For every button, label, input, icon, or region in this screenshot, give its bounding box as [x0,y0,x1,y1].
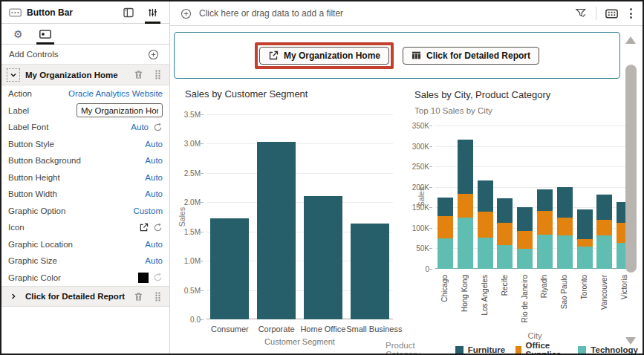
segment-recife-office-supplies[interactable] [497,223,513,245]
segment-chicago-technology[interactable] [438,238,453,269]
chart2-legend: Product Category FurnitureOffice Supplie… [386,341,638,354]
open-in-new-icon[interactable] [139,223,149,232]
property-value[interactable]: Oracle Analytics Website [68,89,163,98]
gridline [206,143,393,144]
open-in-new-icon [268,51,279,61]
chart2-x-axis-title: City [435,331,634,340]
segment-hong-kong-technology[interactable] [458,218,473,269]
legend-label: Office Supplies [526,341,568,354]
property-value[interactable]: Auto [145,140,163,149]
segment-los-angeles-office-supplies[interactable] [478,212,493,238]
reset-icon[interactable] [153,273,163,282]
property-value[interactable]: Auto [145,173,163,182]
legend-swatch [578,346,586,354]
segment-toronto-office-supplies[interactable] [577,239,593,247]
property-value[interactable]: Custom [133,206,163,215]
segment-los-angeles-technology[interactable] [478,238,493,269]
segment-sao-paulo-office-supplies[interactable] [557,218,573,235]
segment-sao-paulo-furniture[interactable] [557,187,573,218]
segment-chicago-office-supplies[interactable] [438,216,453,238]
scrollbar-thumb[interactable] [625,65,637,273]
click-for-detailed-report-button[interactable]: Click for Detailed Report [403,47,539,65]
x-category-label: Vancouver [600,275,608,310]
button-bar-visualization[interactable]: My Organization Home Click for Detailed … [174,32,620,79]
circle-plus-icon[interactable] [145,49,162,60]
segment-vancouver-furniture[interactable] [596,195,612,220]
legend-entry-office-supplies[interactable]: Office Supplies [515,341,567,354]
bar-small-business[interactable] [351,224,389,319]
button-bar-icon[interactable] [604,9,619,19]
segment-sao-paulo-technology[interactable] [557,235,573,269]
x-category-label: Small Business [346,325,393,333]
property-label: Graphic Size [8,256,57,265]
segment-rio-de-janeiro-office-supplies[interactable] [517,231,533,249]
x-category-label: Sao Paulo [560,275,568,309]
bar-corporate[interactable] [257,142,296,319]
property-value[interactable]: Auto [145,189,163,198]
legend-entries: FurnitureOffice SuppliesTechnology [455,341,638,354]
gear-icon[interactable]: ⚙ [10,24,26,45]
segment-recife-technology[interactable] [497,245,513,269]
segment-chicago-furniture[interactable] [438,198,453,217]
segment-riyadh-technology[interactable] [537,235,553,269]
gridline [206,114,393,115]
controls-icon[interactable] [36,24,54,45]
reset-icon[interactable] [153,223,163,232]
my-organization-home-button[interactable]: My Organization Home [259,47,389,65]
segment-toronto-furniture[interactable] [577,209,593,239]
property-label: Label [8,106,29,115]
scroll-down-arrow[interactable] [625,337,636,345]
segment-rio-de-janeiro-technology[interactable] [517,249,533,269]
bar-home-office[interactable] [304,196,342,319]
segment-rio-de-janeiro-furniture[interactable] [517,207,533,232]
grammar-panel-icon[interactable] [119,1,138,24]
property-row-icon: Icon [1,219,169,236]
segment-hong-kong-office-supplies[interactable] [458,194,473,218]
segment-recife-furniture[interactable] [497,198,513,223]
property-value[interactable]: Auto [145,156,163,165]
drag-grip-icon[interactable] [152,292,163,302]
chevron-right-icon[interactable] [7,290,19,302]
vertical-scrollbar[interactable] [625,33,637,348]
segment-riyadh-office-supplies[interactable] [537,211,553,234]
filter-bar[interactable]: Click here or drag data to add a filter [170,1,643,26]
label-input[interactable] [77,103,163,117]
scroll-up-arrow[interactable] [625,36,636,44]
property-row-graphic-size: Graphic SizeAuto [1,253,169,270]
drag-grip-icon[interactable] [152,70,163,79]
y-tick-label: 50K [400,244,429,253]
chart2-y-ticks: 050K100K150K200K250K300K350K [400,126,432,269]
menu-kebab-icon[interactable] [627,8,635,19]
legend-label: Furniture [468,345,505,354]
property-value[interactable]: Auto [145,240,163,249]
legend-entry-furniture[interactable]: Furniture [455,341,505,354]
reset-icon[interactable] [153,123,163,132]
property-value[interactable]: Auto [145,256,163,265]
properties-sliders-icon[interactable] [143,1,162,24]
y-tick-label: 0 [400,265,429,273]
y-tick-label: 250K [400,163,429,171]
property-label: Button Height [8,173,60,182]
section-my-organization-home[interactable]: My Organization Home [1,65,169,85]
chevron-down-icon[interactable] [7,69,19,81]
segment-riyadh-furniture[interactable] [537,189,553,211]
chart1-y-ticks: 0.00.5M1.0M1.5M2.0M2.5M3.0M3.5M [171,114,204,319]
y-tick-label: 1.5M [171,227,201,235]
segment-hong-kong-furniture[interactable] [458,140,473,193]
filter-funnel-icon[interactable] [573,7,588,19]
segment-vancouver-technology[interactable] [596,235,612,269]
segment-los-angeles-furniture[interactable] [478,180,493,211]
property-label: Icon [8,223,25,232]
bar-consumer[interactable] [210,218,249,319]
circle-plus-icon[interactable] [179,8,193,19]
trash-icon[interactable] [131,70,146,79]
segment-toronto-technology[interactable] [577,247,593,269]
color-swatch[interactable] [138,273,149,283]
filter-placeholder: Click here or drag data to add a filter [199,8,567,19]
section-click-for-detailed-report[interactable]: Click for Detailed Report [1,286,169,307]
table-icon [412,51,421,60]
property-value[interactable]: Auto [131,123,149,131]
property-row-button-height: Button HeightAuto [1,169,169,186]
trash-icon[interactable] [131,292,146,302]
segment-vancouver-office-supplies[interactable] [596,220,612,236]
